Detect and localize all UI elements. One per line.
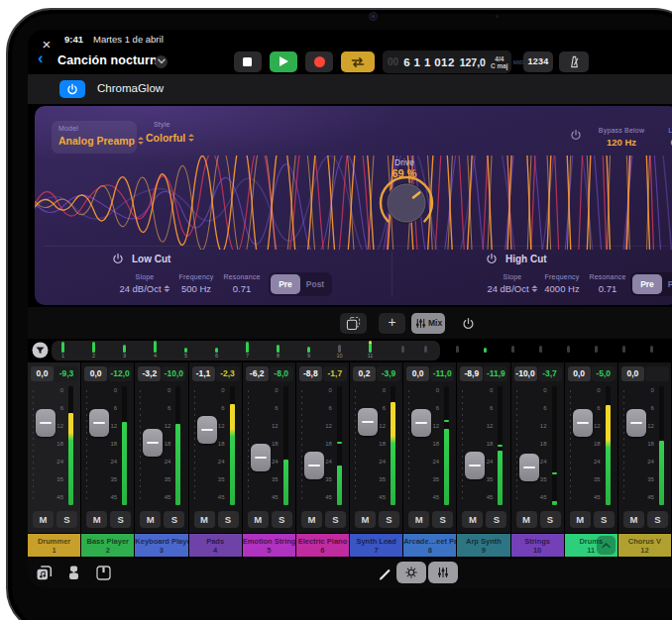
fader-scale-label: 0 [638, 387, 654, 393]
peak-value[interactable]: -11,0 [430, 366, 454, 381]
plugins-icon[interactable] [65, 565, 82, 581]
solo-button[interactable]: S [56, 511, 77, 528]
track-label[interactable]: Synth Lead7 [350, 534, 402, 557]
keyboard-icon[interactable] [95, 565, 112, 581]
fader-scale-label: 45 [370, 494, 386, 500]
mute-button[interactable]: M [462, 511, 483, 528]
volume-value[interactable]: 0,0 [31, 366, 54, 381]
pencil-icon[interactable] [377, 565, 393, 581]
fader-ruler-ticks [33, 390, 34, 503]
peak-value[interactable]: -3,9 [377, 366, 400, 381]
fader-handle[interactable] [573, 409, 593, 437]
fader-handle[interactable] [197, 416, 217, 444]
solo-button[interactable]: S [540, 511, 561, 528]
fader-handle[interactable] [89, 409, 109, 437]
volume-value[interactable]: -1,1 [192, 366, 215, 381]
mute-button[interactable]: M [301, 511, 322, 528]
mixer-sliders-icon [437, 567, 449, 578]
loop-browser-icon[interactable] [36, 565, 53, 581]
track-name: Pads [189, 537, 242, 546]
fader-handle[interactable] [251, 444, 271, 471]
track-label[interactable]: Drummer1 [28, 534, 80, 557]
fader-scale-label: 24 [155, 459, 170, 465]
track-label[interactable]: Chorus V12 [618, 534, 671, 557]
solo-button[interactable]: S [432, 511, 453, 528]
volume-value[interactable]: -10,0 [514, 366, 537, 381]
track-label[interactable]: Strings10 [511, 534, 564, 557]
solo-button[interactable]: S [110, 511, 131, 528]
fader-scale-label: 18 [638, 441, 654, 447]
expand-stack-button[interactable] [597, 536, 616, 555]
fader-scale-label: 0 [316, 387, 332, 393]
peak-value[interactable] [645, 366, 669, 381]
fader-handle[interactable] [304, 452, 324, 479]
controls-knob-icon [405, 567, 417, 578]
fader-scale-label: 35 [209, 476, 225, 482]
peak-value[interactable]: -1,7 [323, 366, 347, 381]
track-label[interactable]: Keyboard Player3 [135, 534, 187, 557]
mute-button[interactable]: M [86, 511, 107, 528]
channel-strip: 0,0-5,0061218243545MS [565, 362, 617, 533]
volume-value[interactable]: -8,9 [460, 366, 483, 381]
solo-button[interactable]: S [647, 511, 668, 528]
peak-value[interactable]: -10,0 [162, 366, 185, 381]
solo-button[interactable]: S [325, 511, 346, 528]
volume-value[interactable]: -6,2 [246, 366, 269, 381]
volume-value[interactable]: 0,0 [84, 366, 107, 381]
fader-scale-label: 45 [209, 494, 225, 500]
track-label[interactable]: Electric Piano6 [296, 534, 349, 557]
level-meter [68, 413, 73, 505]
mute-button[interactable]: M [623, 511, 644, 528]
volume-value[interactable]: 0,0 [406, 366, 429, 381]
fader-scale-label: 45 [155, 494, 170, 500]
solo-button[interactable]: S [164, 511, 184, 528]
channel-strip: -8,8-1,7061218243545MS [296, 362, 349, 533]
volume-value[interactable]: 0,0 [568, 366, 591, 381]
fader-handle[interactable] [358, 408, 378, 436]
mute-button[interactable]: M [140, 511, 161, 528]
fader-handle[interactable] [36, 409, 56, 437]
peak-value[interactable]: -11,9 [484, 366, 507, 381]
volume-value[interactable]: 0,0 [621, 366, 644, 381]
peak-value[interactable]: -12,0 [108, 366, 132, 381]
solo-button[interactable]: S [218, 511, 239, 528]
solo-button[interactable]: S [486, 511, 506, 528]
track-label[interactable]: Bass Player2 [81, 534, 134, 557]
mute-button[interactable]: M [248, 511, 269, 528]
track-name: Arcade…eet Pad [403, 537, 456, 546]
fader-scale-label: 24 [423, 459, 439, 465]
fader-handle[interactable] [519, 454, 539, 481]
fader-scale-label: 18 [316, 441, 332, 447]
peak-value[interactable]: -8,0 [270, 366, 293, 381]
fader-handle[interactable] [465, 452, 485, 479]
track-label[interactable]: Pads4 [189, 534, 242, 557]
mixer-view-button[interactable] [428, 562, 458, 583]
controls-button[interactable] [396, 562, 426, 583]
mute-button[interactable]: M [33, 511, 54, 528]
track-number: 12 [618, 546, 671, 555]
volume-value[interactable]: 0,2 [353, 366, 376, 381]
solo-button[interactable]: S [594, 511, 615, 528]
solo-button[interactable]: S [272, 511, 292, 528]
peak-value[interactable]: -2,3 [216, 366, 240, 381]
peak-value[interactable]: -3,7 [538, 366, 562, 381]
mute-button[interactable]: M [194, 511, 215, 528]
track-label[interactable]: Drums11 [565, 534, 617, 557]
volume-value[interactable]: -8,8 [299, 366, 322, 381]
track-label[interactable]: Arcade…eet Pad8 [403, 534, 456, 557]
meter-peak-dot [337, 442, 342, 444]
fader-handle[interactable] [143, 429, 163, 457]
mute-button[interactable]: M [570, 511, 591, 528]
solo-button[interactable]: S [379, 511, 399, 528]
volume-value[interactable]: -3,2 [138, 366, 161, 381]
track-label[interactable]: Emotion Strings5 [243, 534, 295, 557]
mute-button[interactable]: M [516, 511, 537, 528]
fader-handle[interactable] [411, 409, 431, 437]
track-number: 6 [296, 546, 349, 555]
mute-button[interactable]: M [408, 511, 429, 528]
mute-button[interactable]: M [355, 511, 376, 528]
track-label[interactable]: Arp Synth9 [457, 534, 509, 557]
peak-value[interactable]: -5,0 [592, 366, 616, 381]
peak-value[interactable]: -9,3 [55, 366, 78, 381]
fader-handle[interactable] [626, 409, 646, 437]
